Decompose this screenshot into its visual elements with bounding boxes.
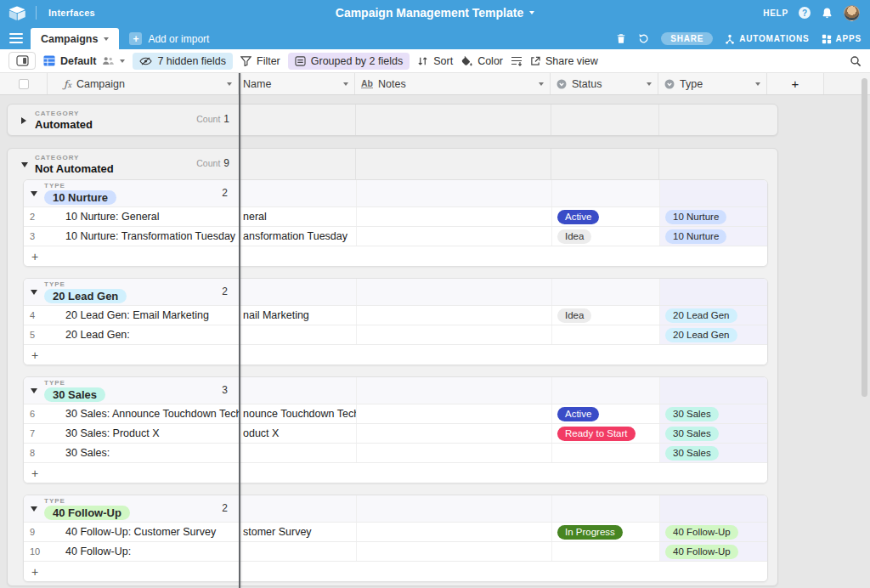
notes-cell[interactable] — [356, 542, 551, 561]
add-field-button[interactable]: + — [767, 73, 824, 94]
notes-cell[interactable] — [356, 444, 551, 462]
airtable-logo-icon[interactable] — [8, 6, 25, 20]
hidden-fields-button[interactable]: 7 hidden fields — [133, 53, 233, 70]
subgroup-header[interactable]: TYPE 30 Sales 3 — [24, 377, 767, 404]
add-row-button[interactable]: + — [24, 345, 767, 365]
tab-caret-icon[interactable] — [104, 37, 109, 41]
campaign-cell[interactable]: 30 Sales: — [49, 444, 240, 462]
campaign-cell[interactable]: 20 Lead Gen: Email Marketing — [49, 306, 240, 325]
color-button[interactable]: Color — [460, 55, 503, 67]
campaign-cell[interactable]: 30 Sales: Announce Touchdown Tech Acad..… — [49, 404, 240, 423]
frozen-pane-divider[interactable] — [239, 73, 240, 588]
table-row[interactable]: 4 20 Lead Gen: Email Marketing nail Mark… — [24, 306, 767, 325]
filter-button[interactable]: Filter — [240, 55, 280, 67]
name-cell[interactable]: stomer Survey — [240, 523, 356, 541]
user-avatar[interactable] — [844, 5, 860, 21]
name-cell[interactable]: nail Marketing — [240, 306, 356, 325]
help-question-icon[interactable]: ? — [799, 7, 811, 19]
subgroup-header[interactable]: TYPE 20 Lead Gen 2 — [24, 279, 767, 306]
campaign-cell[interactable]: 30 Sales: Product X — [49, 424, 240, 443]
campaign-cell[interactable]: 20 Lead Gen: — [49, 325, 240, 344]
column-header-name[interactable]: Name — [239, 73, 355, 94]
add-row-button[interactable]: + — [24, 562, 767, 581]
help-button[interactable]: HELP — [763, 8, 788, 18]
expand-collapsed-icon[interactable] — [21, 117, 26, 124]
name-cell[interactable]: nounce Touchdown Tech Ac... — [240, 404, 356, 423]
group-header-automated[interactable]: CATEGORY Automated Count1 — [8, 105, 777, 135]
add-or-import-button[interactable]: + Add or import — [129, 32, 209, 45]
type-cell[interactable]: 40 Follow-Up — [659, 523, 767, 541]
status-cell[interactable]: Active — [551, 207, 659, 226]
notes-cell[interactable] — [356, 207, 551, 226]
table-row[interactable]: 2 10 Nurture: General neral Active 10 Nu… — [24, 207, 767, 227]
campaign-cell[interactable]: 10 Nurture: General — [49, 207, 240, 226]
type-cell[interactable]: 30 Sales — [659, 424, 767, 443]
sidebar-menu-icon[interactable] — [9, 33, 23, 43]
interfaces-link[interactable]: Interfaces — [48, 8, 95, 18]
notes-cell[interactable] — [356, 404, 551, 423]
share-button[interactable]: SHARE — [661, 32, 713, 45]
status-cell[interactable]: Active — [551, 404, 659, 423]
vertical-scrollbar[interactable] — [862, 78, 867, 397]
column-header-type[interactable]: Type — [658, 73, 767, 94]
notes-cell[interactable] — [356, 227, 551, 246]
status-cell[interactable]: Ready to Start — [551, 424, 659, 443]
view-switcher[interactable]: Default — [43, 55, 125, 67]
group-header-not-automated[interactable]: CATEGORY Not Automated Count9 — [8, 149, 777, 179]
status-cell[interactable] — [551, 444, 659, 462]
group-button[interactable]: Grouped by 2 fields — [288, 53, 410, 70]
collapse-expanded-icon[interactable] — [31, 191, 37, 196]
subgroup-header[interactable]: TYPE 10 Nurture 2 — [24, 180, 767, 207]
name-cell[interactable]: oduct X — [240, 424, 356, 443]
table-row[interactable]: 6 30 Sales: Announce Touchdown Tech Acad… — [24, 404, 767, 424]
add-row-button[interactable]: + — [24, 463, 767, 483]
name-cell[interactable]: ansformation Tuesday — [240, 227, 356, 246]
collapse-expanded-icon[interactable] — [31, 506, 37, 512]
chevron-down-icon[interactable] — [343, 82, 348, 86]
type-cell[interactable]: 20 Lead Gen — [659, 306, 767, 325]
collapse-expanded-icon[interactable] — [21, 162, 28, 167]
type-cell[interactable]: 30 Sales — [659, 404, 767, 423]
campaign-cell[interactable]: 10 Nurture: Transformation Tuesday — [49, 227, 240, 246]
notes-cell[interactable] — [356, 325, 551, 344]
type-cell[interactable]: 20 Lead Gen — [659, 325, 767, 344]
add-row-button[interactable]: + — [24, 246, 767, 266]
table-row[interactable]: 5 20 Lead Gen: 20 Lead Gen — [24, 325, 767, 345]
status-cell[interactable]: In Progress — [551, 523, 659, 541]
table-row[interactable]: 7 30 Sales: Product X oduct X Ready to S… — [24, 424, 767, 444]
table-row[interactable]: 3 10 Nurture: Transformation Tuesday ans… — [24, 227, 767, 246]
notes-cell[interactable] — [356, 306, 551, 325]
search-icon[interactable] — [850, 55, 862, 67]
collapse-expanded-icon[interactable] — [31, 290, 37, 295]
status-cell[interactable] — [551, 325, 659, 344]
type-cell[interactable]: 40 Follow-Up — [659, 542, 767, 561]
notes-cell[interactable] — [356, 424, 551, 443]
column-header-status[interactable]: Status — [551, 73, 658, 94]
table-row[interactable]: 10 40 Follow-Up: 40 Follow-Up — [24, 542, 767, 562]
column-header-campaign[interactable]: ƒx Campaign — [48, 73, 239, 94]
chevron-down-icon[interactable] — [227, 82, 232, 86]
name-cell[interactable]: neral — [240, 207, 356, 226]
select-all-checkbox[interactable] — [0, 73, 48, 94]
apps-button[interactable]: APPS — [822, 34, 862, 44]
campaign-cell[interactable]: 40 Follow-Up: — [49, 542, 240, 561]
status-cell[interactable]: Idea — [551, 227, 659, 246]
table-row[interactable]: 9 40 Follow-Up: Customer Survey stomer S… — [24, 523, 767, 542]
automations-button[interactable]: AUTOMATIONS — [725, 34, 809, 44]
share-view-button[interactable]: Share view — [530, 55, 598, 67]
type-cell[interactable]: 30 Sales — [659, 444, 767, 462]
collapse-expanded-icon[interactable] — [31, 388, 37, 393]
tab-campaigns[interactable]: Campaigns — [31, 28, 119, 49]
chevron-down-icon[interactable] — [755, 82, 760, 86]
history-icon[interactable] — [638, 33, 649, 44]
status-cell[interactable] — [551, 542, 659, 561]
chevron-down-icon[interactable] — [539, 82, 544, 86]
title-caret-icon[interactable] — [529, 11, 534, 14]
row-height-button[interactable] — [511, 56, 523, 66]
name-cell[interactable] — [240, 444, 356, 462]
notes-cell[interactable] — [356, 523, 551, 541]
table-row[interactable]: 8 30 Sales: 30 Sales — [24, 444, 767, 463]
type-cell[interactable]: 10 Nurture — [659, 207, 767, 226]
sort-button[interactable]: Sort — [417, 55, 453, 67]
name-cell[interactable] — [240, 325, 356, 344]
